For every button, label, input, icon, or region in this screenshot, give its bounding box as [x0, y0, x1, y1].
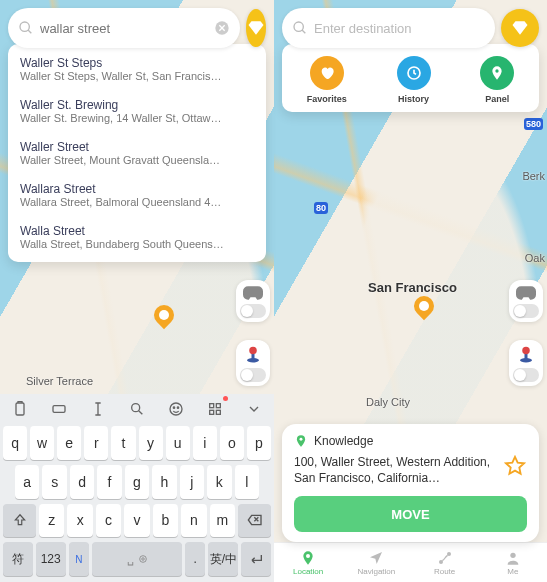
- emoji-icon[interactable]: [164, 397, 188, 421]
- key-n-small[interactable]: N: [69, 542, 90, 576]
- grid-icon[interactable]: [203, 397, 227, 421]
- key-e[interactable]: e: [57, 426, 81, 460]
- joystick-toggle[interactable]: [509, 340, 543, 386]
- suggestion-sub: Waller St. Brewing, 14 Waller St, Ottaw…: [20, 112, 254, 124]
- nav-route[interactable]: Route: [411, 543, 479, 582]
- nav-me[interactable]: Me: [479, 543, 547, 582]
- search-icon: [292, 20, 308, 36]
- nav-navigation[interactable]: Navigation: [342, 543, 410, 582]
- nav-route-label: Route: [434, 567, 455, 576]
- key-v[interactable]: v: [124, 504, 149, 538]
- chevron-down-icon[interactable]: [242, 397, 266, 421]
- history-button[interactable]: History: [397, 56, 431, 104]
- move-button[interactable]: MOVE: [294, 496, 527, 532]
- location-card: Knowledge 100, Waller Street, Western Ad…: [282, 424, 539, 542]
- card-address: 100, Waller Street, Western Addition, Sa…: [294, 454, 495, 486]
- key-a[interactable]: a: [15, 465, 39, 499]
- suggestion-sub: Wallara Street, Balmoral Queensland 4…: [20, 196, 254, 208]
- key-z[interactable]: z: [39, 504, 64, 538]
- suggestion-sub: Waller St Steps, Waller St, San Francis…: [20, 70, 254, 82]
- key-w[interactable]: w: [30, 426, 54, 460]
- key-123[interactable]: 123: [36, 542, 66, 576]
- key-lang[interactable]: 英/中: [208, 542, 238, 576]
- toggle-switch[interactable]: [513, 304, 539, 318]
- key-c[interactable]: c: [96, 504, 121, 538]
- search-bar[interactable]: [8, 8, 240, 48]
- clear-icon[interactable]: [214, 20, 230, 36]
- suggestion-item[interactable]: Walla Street Walla Street, Bundaberg Sou…: [8, 216, 266, 258]
- toggle-switch[interactable]: [240, 304, 266, 318]
- key-backspace[interactable]: [238, 504, 271, 538]
- svg-point-25: [522, 347, 530, 355]
- gamepad-icon: [516, 286, 536, 300]
- favorite-star-button[interactable]: [503, 454, 527, 478]
- joystick-icon: [517, 346, 535, 364]
- user-icon: [505, 550, 521, 566]
- key-f[interactable]: f: [97, 465, 121, 499]
- key-b[interactable]: b: [153, 504, 178, 538]
- search-bar[interactable]: [282, 8, 495, 48]
- key-s[interactable]: s: [42, 465, 66, 499]
- toggle-switch[interactable]: [513, 368, 539, 382]
- key-i[interactable]: i: [193, 426, 217, 460]
- panel-button[interactable]: Panel: [480, 56, 514, 104]
- key-n[interactable]: n: [181, 504, 206, 538]
- svg-point-17: [139, 556, 146, 563]
- key-dot[interactable]: .: [185, 542, 206, 576]
- key-d[interactable]: d: [70, 465, 94, 499]
- key-j[interactable]: j: [180, 465, 204, 499]
- key-o[interactable]: o: [220, 426, 244, 460]
- controller-toggle[interactable]: [236, 280, 270, 322]
- key-h[interactable]: h: [152, 465, 176, 499]
- suggestion-item[interactable]: Waller St Steps Waller St Steps, Waller …: [8, 48, 266, 90]
- svg-point-8: [132, 404, 140, 412]
- key-k[interactable]: k: [207, 465, 231, 499]
- svg-point-11: [173, 407, 174, 408]
- svg-point-10: [170, 403, 182, 415]
- key-l[interactable]: l: [235, 465, 259, 499]
- diamond-button[interactable]: [501, 9, 539, 47]
- key-x[interactable]: x: [67, 504, 92, 538]
- key-fu[interactable]: 符: [3, 542, 33, 576]
- clipboard-icon[interactable]: [8, 397, 32, 421]
- nav-navigation-label: Navigation: [357, 567, 395, 576]
- key-r[interactable]: r: [84, 426, 108, 460]
- map-label-berk: Berk: [522, 170, 545, 182]
- favorites-button[interactable]: Favorites: [307, 56, 347, 104]
- suggestion-item[interactable]: Wallara Street Wallara Street, Balmoral …: [8, 174, 266, 216]
- suggestion-item[interactable]: Waller St. Brewing Waller St. Brewing, 1…: [8, 90, 266, 132]
- key-y[interactable]: y: [139, 426, 163, 460]
- suggestion-title: Waller St. Brewing: [20, 98, 254, 112]
- key-m[interactable]: m: [210, 504, 235, 538]
- key-u[interactable]: u: [166, 426, 190, 460]
- toggle-switch[interactable]: [240, 368, 266, 382]
- map-label-silver-terrace: Silver Terrace: [26, 375, 93, 387]
- svg-rect-13: [210, 404, 214, 408]
- search-input[interactable]: [40, 21, 208, 36]
- diamond-button[interactable]: [246, 9, 266, 47]
- suggestion-item[interactable]: Waller Street Waller Street, Mount Grava…: [8, 132, 266, 174]
- key-enter[interactable]: [241, 542, 271, 576]
- key-space[interactable]: ␣: [92, 542, 181, 576]
- controller-toggle[interactable]: [509, 280, 543, 322]
- pin-icon: [489, 65, 505, 81]
- textfield-icon[interactable]: [47, 397, 71, 421]
- key-shift[interactable]: [3, 504, 36, 538]
- search-wrap: [282, 8, 539, 48]
- search-icon: [18, 20, 34, 36]
- nav-location[interactable]: Location: [274, 543, 342, 582]
- heart-icon: [319, 65, 335, 81]
- search-input[interactable]: [314, 21, 485, 36]
- panel-label: Panel: [480, 94, 514, 104]
- svg-rect-7: [53, 406, 65, 413]
- key-q[interactable]: q: [3, 426, 27, 460]
- key-t[interactable]: t: [111, 426, 135, 460]
- right-pane: Valley San Francisco Daly City Berk Oak …: [274, 0, 547, 582]
- cursor-icon[interactable]: [86, 397, 110, 421]
- left-pane: Silver Terrace Waller St Steps Waller St…: [0, 0, 274, 582]
- key-g[interactable]: g: [125, 465, 149, 499]
- search-tool-icon[interactable]: [125, 397, 149, 421]
- quick-actions-panel: Favorites History Panel: [282, 44, 539, 112]
- key-p[interactable]: p: [247, 426, 271, 460]
- joystick-toggle[interactable]: [236, 340, 270, 386]
